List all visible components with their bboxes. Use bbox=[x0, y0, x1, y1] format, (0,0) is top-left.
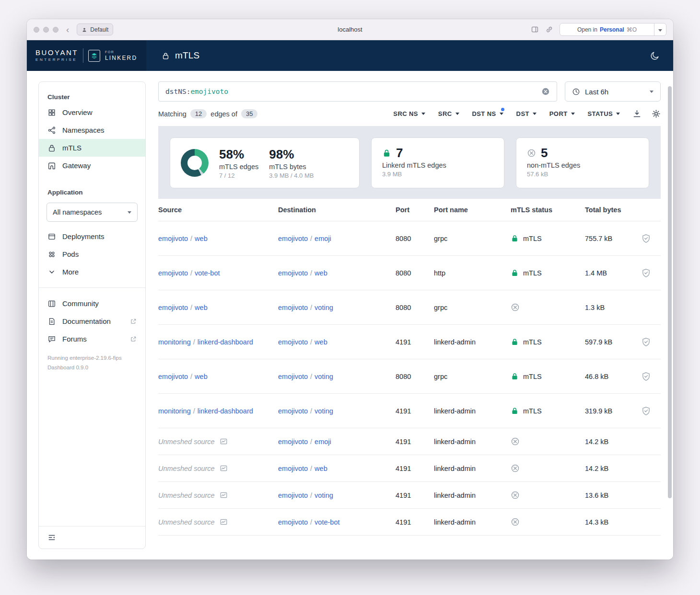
table-row[interactable]: Unmeshed source emojivoto/web 4191 linke… bbox=[158, 455, 661, 482]
sidebar-item-mtls[interactable]: mTLS bbox=[39, 139, 145, 157]
sidebar-link-community[interactable]: Community bbox=[39, 295, 145, 312]
source-workload-link[interactable]: linkerd-dashboard bbox=[198, 407, 253, 415]
sidebar-item-pods[interactable]: Pods bbox=[39, 245, 145, 263]
source-workload-link[interactable]: web bbox=[195, 373, 208, 380]
clear-search-icon[interactable] bbox=[541, 87, 550, 96]
dest-workload-link[interactable]: web bbox=[315, 465, 327, 472]
filter-src-ns[interactable]: SRC NS bbox=[393, 110, 425, 117]
sidebar-item-gateway[interactable]: Gateway bbox=[39, 157, 145, 174]
source-namespace-link[interactable]: emojivoto bbox=[158, 235, 188, 242]
filter-dst[interactable]: DST bbox=[516, 110, 537, 117]
table-row[interactable]: emojivoto/web emojivoto/emoji 8080 grpc … bbox=[158, 221, 661, 256]
table-row[interactable]: Unmeshed source emojivoto/voting 4191 li… bbox=[158, 482, 661, 509]
dest-workload-link[interactable]: voting bbox=[315, 304, 333, 311]
non-mtls-count: 5 bbox=[541, 146, 548, 160]
search-input[interactable]: dstNS:emojivoto bbox=[158, 81, 557, 102]
forum-chat-icon bbox=[47, 335, 56, 343]
table-row[interactable]: monitoring/linkerd-dashboard emojivoto/v… bbox=[158, 394, 661, 428]
dest-workload-link[interactable]: emoji bbox=[315, 235, 331, 242]
sidebar-link-label: Documentation bbox=[62, 317, 111, 325]
dark-mode-toggle-icon[interactable] bbox=[650, 51, 660, 60]
table-row[interactable]: Unmeshed source emojivoto/vote-bot 4191 … bbox=[158, 509, 661, 536]
link-icon[interactable] bbox=[545, 25, 553, 34]
mtls-lock-icon bbox=[511, 234, 519, 242]
sidebar-link-label: Forums bbox=[62, 335, 87, 343]
policy-shield-icon[interactable] bbox=[642, 406, 651, 415]
sidebar-item-label: Gateway bbox=[62, 161, 91, 170]
dest-namespace-link[interactable]: emojivoto bbox=[278, 518, 308, 526]
separator: / bbox=[310, 492, 312, 499]
source-workload-link[interactable]: web bbox=[195, 235, 208, 242]
mtls-bytes-label: mTLS bytes bbox=[269, 163, 314, 171]
collapse-sidebar-icon[interactable] bbox=[47, 533, 56, 542]
policy-shield-icon[interactable] bbox=[642, 234, 651, 243]
table-row[interactable]: Unmeshed source emojivoto/emoji 4191 lin… bbox=[158, 428, 661, 455]
dest-workload-link[interactable]: voting bbox=[315, 407, 333, 415]
mtls-status-cell bbox=[511, 437, 585, 446]
matching-label: Matching bbox=[158, 110, 187, 118]
dest-namespace-link[interactable]: emojivoto bbox=[278, 438, 308, 446]
table-row[interactable]: emojivoto/web emojivoto/voting 8080 grpc… bbox=[158, 359, 661, 394]
non-mtls-edges-card: 5 non-mTLS edges 57.6 kB bbox=[516, 137, 649, 188]
source-workload-link[interactable]: web bbox=[195, 304, 208, 311]
scrollbar[interactable] bbox=[668, 86, 672, 498]
dest-workload-link[interactable]: web bbox=[315, 269, 327, 277]
open-in-dropdown-button[interactable] bbox=[654, 26, 666, 33]
policy-shield-icon[interactable] bbox=[642, 372, 651, 381]
destination-cell: emojivoto/voting bbox=[278, 373, 396, 380]
table-row[interactable]: emojivoto/vote-bot emojivoto/web 8080 ht… bbox=[158, 256, 661, 290]
policy-shield-icon[interactable] bbox=[642, 268, 651, 277]
open-in-shortcut: ⌘O bbox=[627, 26, 637, 33]
panel-icon[interactable] bbox=[531, 25, 539, 34]
source-namespace-link[interactable]: emojivoto bbox=[158, 269, 188, 277]
dest-namespace-link[interactable]: emojivoto bbox=[278, 304, 308, 311]
filter-port[interactable]: PORT bbox=[549, 110, 575, 117]
filter-dst-ns[interactable]: DST NS bbox=[472, 110, 503, 117]
sidebar-item-overview[interactable]: Overview bbox=[39, 103, 145, 121]
filter-src[interactable]: SRC bbox=[438, 110, 459, 117]
gear-icon[interactable] bbox=[652, 109, 661, 118]
source-namespace-link[interactable]: emojivoto bbox=[158, 304, 188, 311]
profile-badge[interactable]: Default bbox=[77, 23, 113, 35]
filter-status[interactable]: STATUS bbox=[588, 110, 620, 117]
dest-workload-link[interactable]: web bbox=[315, 338, 327, 346]
namespace-select[interactable]: All namespaces bbox=[47, 203, 138, 222]
dest-workload-link[interactable]: voting bbox=[315, 492, 333, 499]
unmeshed-chart-icon bbox=[220, 437, 228, 446]
sidebar-item-deployments[interactable]: Deployments bbox=[39, 228, 145, 245]
chevron-down-icon bbox=[571, 113, 575, 115]
separator: / bbox=[190, 269, 192, 277]
dest-workload-link[interactable]: emoji bbox=[315, 438, 331, 446]
dest-namespace-link[interactable]: emojivoto bbox=[278, 465, 308, 472]
source-namespace-link[interactable]: monitoring bbox=[158, 338, 191, 346]
sidebar-item-more[interactable]: More bbox=[39, 263, 145, 281]
dest-namespace-link[interactable]: emojivoto bbox=[278, 269, 308, 277]
dest-namespace-link[interactable]: emojivoto bbox=[278, 407, 308, 415]
table-row[interactable]: monitoring/linkerd-dashboard emojivoto/w… bbox=[158, 325, 661, 359]
source-workload-link[interactable]: vote-bot bbox=[195, 269, 220, 277]
brand-name: BUOYANT bbox=[35, 49, 78, 57]
unmeshed-source-label: Unmeshed source bbox=[158, 437, 278, 446]
dest-namespace-link[interactable]: emojivoto bbox=[278, 338, 308, 346]
sidebar-link-forums[interactable]: Forums bbox=[39, 330, 145, 348]
policy-shield-icon[interactable] bbox=[642, 337, 651, 346]
total-bytes-cell: 46.8 kB bbox=[585, 373, 642, 380]
chevron-down-icon bbox=[533, 113, 537, 115]
source-namespace-link[interactable]: monitoring bbox=[158, 407, 191, 415]
download-icon[interactable] bbox=[632, 109, 642, 118]
dest-workload-link[interactable]: voting bbox=[315, 373, 333, 380]
dest-namespace-link[interactable]: emojivoto bbox=[278, 492, 308, 499]
source-workload-link[interactable]: linkerd-dashboard bbox=[198, 338, 253, 346]
dest-workload-link[interactable]: vote-bot bbox=[315, 518, 339, 526]
destination-cell: emojivoto/voting bbox=[278, 407, 396, 415]
total-bytes-cell: 14.2 kB bbox=[585, 438, 642, 446]
dest-namespace-link[interactable]: emojivoto bbox=[278, 235, 308, 242]
destination-cell: emojivoto/emoji bbox=[278, 438, 396, 446]
time-range-select[interactable]: Last 6h bbox=[565, 81, 661, 102]
dest-namespace-link[interactable]: emojivoto bbox=[278, 373, 308, 380]
table-row[interactable]: emojivoto/web emojivoto/voting 8080 grpc… bbox=[158, 290, 661, 325]
open-in-button[interactable]: Open in Personal ⌘O bbox=[560, 23, 666, 36]
sidebar-link-documentation[interactable]: Documentation bbox=[39, 312, 145, 330]
sidebar-item-namespaces[interactable]: Namespaces bbox=[39, 121, 145, 139]
source-namespace-link[interactable]: emojivoto bbox=[158, 373, 188, 380]
